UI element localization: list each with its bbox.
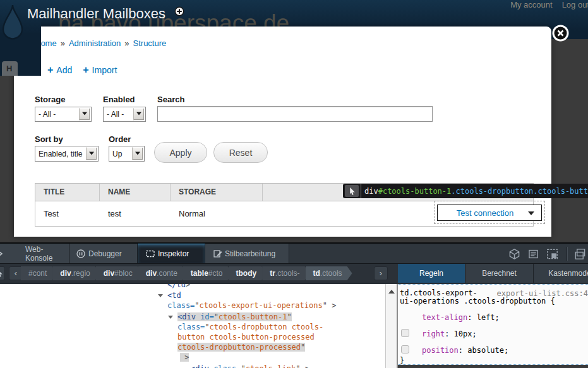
- order-label: Order: [109, 134, 131, 144]
- breadcrumb-node-div.conte[interactable]: div.conte: [138, 266, 188, 280]
- markup-scrollbar[interactable]: [385, 284, 397, 368]
- inspector-sidebar-tabs: RegelnBerechnetKastenmodell: [398, 264, 588, 283]
- inspector-breadcrumb-bar: ‹ #contdiv.regiodiv#blocdiv.contetable#c…: [0, 264, 398, 283]
- infobar-tag: div: [364, 187, 378, 196]
- select-arrow-icon[interactable]: [133, 108, 145, 121]
- breadcrumb-link-structure[interactable]: Structure: [133, 39, 167, 48]
- markup-pln: ": [205, 323, 209, 331]
- apply-button[interactable]: Apply: [154, 142, 207, 163]
- order-select[interactable]: Up: [109, 146, 145, 162]
- property-value: : left;: [467, 313, 500, 322]
- breadcrumb-link-administration[interactable]: Administration: [69, 39, 121, 48]
- expand-arrow-icon[interactable]: [168, 316, 173, 321]
- responsive-mode-icon[interactable]: [546, 248, 558, 260]
- markup-pln: >: [186, 284, 190, 289]
- breadcrumb-forward-button[interactable]: ›: [374, 266, 388, 280]
- scroll-up-icon[interactable]: [388, 287, 395, 294]
- devtools-tab-label: Web-Konsole: [25, 245, 69, 263]
- property-toggle-checkbox[interactable]: [401, 329, 409, 337]
- crumb-qualifier: .regio: [71, 269, 90, 278]
- devtools-tab-label: Inspektor: [158, 249, 189, 258]
- storage-label: Storage: [35, 95, 65, 104]
- breadcrumb-node-table#cto[interactable]: table#cto: [183, 266, 233, 280]
- sidebar-tab-regeln[interactable]: Regeln: [398, 264, 465, 283]
- dock-icon[interactable]: [574, 248, 586, 260]
- devtools-tab-inspektor[interactable]: Inspektor: [138, 244, 205, 263]
- devtools-tabbar: Web-KonsoleDebuggerInspektorStilbearbeit…: [0, 244, 588, 264]
- 3d-view-icon[interactable]: [508, 248, 520, 260]
- crumb-qualifier: #bloc: [114, 269, 133, 278]
- picker-button-clipped[interactable]: [0, 266, 5, 280]
- property-value: : absolute;: [459, 346, 508, 355]
- debugger-icon: [76, 249, 86, 259]
- breadcrumb-node-div#bloc[interactable]: div#bloc: [96, 266, 143, 280]
- expand-arrow-icon[interactable]: [158, 294, 163, 300]
- storage-select[interactable]: - All -: [35, 107, 92, 122]
- markup-line[interactable]: >: [180, 353, 189, 362]
- rule-selector: td.ctools-export-: [400, 288, 477, 297]
- scratchpad-icon[interactable]: [527, 248, 539, 260]
- column-header-title: TITLE: [35, 184, 100, 201]
- crumb-tag: div: [146, 269, 157, 278]
- markup-line[interactable]: ctools-dropbutton-processed": [177, 343, 305, 352]
- enabled-select[interactable]: - All -: [103, 107, 146, 122]
- markup-line[interactable]: button ctools-button-processed: [177, 333, 315, 342]
- rules-panel-bottom: [398, 365, 588, 368]
- markup-line[interactable]: </td>: [167, 284, 190, 290]
- breadcrumb-node-tbody[interactable]: tbody: [229, 266, 267, 280]
- select-arrow-icon[interactable]: [79, 108, 90, 121]
- devtools-tab-web-konsole[interactable]: Web-Konsole: [0, 244, 69, 263]
- picker-icon: [0, 270, 3, 277]
- add-label: Add: [56, 65, 72, 75]
- crumb-tag: div: [60, 269, 71, 278]
- css-rules-view: td.ctools-export-ui-operations .ctools-d…: [398, 284, 588, 368]
- devtools-tab-label: Debugger: [88, 249, 122, 258]
- sort-by-select[interactable]: Enabled, title: [35, 146, 99, 162]
- search-label: Search: [157, 95, 184, 104]
- markup-tag: <td: [167, 291, 181, 300]
- markup-line[interactable]: <td: [167, 291, 181, 300]
- markup-line[interactable]: <div class="ctools-link" >: [191, 364, 309, 368]
- test-connection-dropbutton[interactable]: Test connection: [437, 205, 542, 221]
- breadcrumb-node-#cont[interactable]: #cont: [21, 266, 57, 280]
- breadcrumb-separator: »: [61, 39, 65, 48]
- my-account-link[interactable]: My account: [510, 0, 552, 9]
- markup-tag: </td: [167, 284, 186, 289]
- sidebar-tab-kastenmodell[interactable]: Kastenmodell: [534, 264, 588, 283]
- breadcrumb-node-td.ctools[interactable]: td.ctools: [306, 266, 352, 280]
- drupal-logo-icon: [1, 4, 25, 42]
- modal-close-button[interactable]: [552, 25, 569, 42]
- crumb-tag: div: [104, 269, 114, 278]
- plus-icon: +: [47, 66, 53, 74]
- markup-val: ctools-button-1: [219, 312, 287, 321]
- table-cell: Normal: [171, 201, 263, 226]
- devtools-tab-stilbearbeitung[interactable]: Stilbearbeitung: [205, 244, 289, 263]
- log-out-link[interactable]: Log out: [562, 0, 588, 9]
- search-input[interactable]: [157, 106, 433, 122]
- table-cell: test: [100, 201, 171, 226]
- select-arrow-icon[interactable]: [132, 147, 143, 160]
- sort-by-select-value: Enabled, title: [39, 150, 82, 158]
- breadcrumb-node-div.regio[interactable]: div.regio: [52, 266, 100, 280]
- toolbar-separator: [567, 247, 567, 261]
- markup-attr: class=: [213, 364, 241, 368]
- breadcrumb-node-tr.ctools-[interactable]: tr.ctools-: [262, 266, 309, 280]
- picker-icon[interactable]: [345, 185, 359, 197]
- stylesheet-source-link[interactable]: export-ui-list.css:4: [497, 289, 588, 298]
- markup-line[interactable]: class="ctools-export-ui-operations" >: [167, 301, 336, 311]
- infobar-node-label: div#ctools-button-1.ctools-dropbutton.ct…: [364, 187, 588, 196]
- add-link[interactable]: +Add: [47, 65, 72, 75]
- select-arrow-icon[interactable]: [86, 147, 97, 160]
- import-link[interactable]: +Import: [83, 65, 117, 75]
- markup-line[interactable]: class="ctools-dropbutton ctools-: [177, 323, 323, 332]
- devtools-tab-debugger[interactable]: Debugger: [69, 244, 138, 263]
- breadcrumb-back-button[interactable]: ‹: [9, 266, 23, 280]
- property-name: position: [422, 346, 459, 355]
- markup-tag: <div: [177, 312, 200, 321]
- markup-line[interactable]: <div id="ctools-button-1": [177, 312, 292, 322]
- markup-tag: <div: [191, 364, 213, 368]
- markup-pln: ": [301, 343, 305, 352]
- property-toggle-checkbox[interactable]: [401, 345, 409, 353]
- sidebar-tab-berechnet[interactable]: Berechnet: [465, 264, 534, 283]
- reset-button[interactable]: Reset: [213, 142, 268, 163]
